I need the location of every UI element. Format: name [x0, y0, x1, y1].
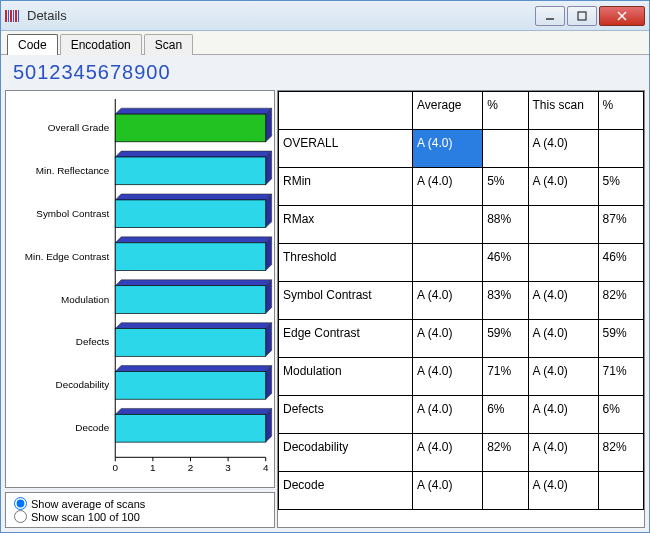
header-thisscan: This scan	[528, 92, 598, 130]
radio-scan[interactable]: Show scan 100 of 100	[14, 510, 266, 523]
svg-marker-30	[115, 194, 271, 200]
cell-name: OVERALL	[279, 130, 413, 168]
app-icon	[5, 8, 21, 24]
view-mode-group: Show average of scans Show scan 100 of 1…	[5, 492, 275, 528]
cell-scan	[528, 206, 598, 244]
titlebar: Details	[1, 1, 649, 31]
svg-text:Symbol Contrast: Symbol Contrast	[36, 208, 109, 219]
svg-text:Decode: Decode	[75, 422, 110, 433]
cell-scan: A (4.0)	[528, 168, 598, 206]
cell-pct: 88%	[483, 206, 528, 244]
cell-avg: A (4.0)	[413, 358, 483, 396]
cell-pct: 6%	[483, 396, 528, 434]
svg-rect-44	[115, 329, 265, 357]
cell-avg: A (4.0)	[413, 168, 483, 206]
results-table: Average % This scan % OVERALLA (4.0)A (4…	[278, 91, 644, 510]
cell-pct2: 87%	[598, 206, 643, 244]
window-title: Details	[27, 8, 535, 23]
table-row[interactable]: DecodabilityA (4.0)82%A (4.0)82%	[279, 434, 644, 472]
svg-marker-31	[266, 194, 272, 228]
cell-avg: A (4.0)	[413, 472, 483, 510]
content: 01234Overall GradeMin. ReflectanceSymbol…	[1, 90, 649, 532]
svg-text:Defects: Defects	[76, 336, 110, 347]
table-row[interactable]: ModulationA (4.0)71%A (4.0)71%	[279, 358, 644, 396]
svg-text:2: 2	[188, 462, 194, 473]
maximize-button[interactable]	[567, 6, 597, 26]
results-panel: Average % This scan % OVERALLA (4.0)A (4…	[277, 90, 645, 528]
cell-name: Modulation	[279, 358, 413, 396]
svg-rect-24	[115, 114, 265, 142]
cell-pct2: 82%	[598, 434, 643, 472]
svg-rect-32	[115, 200, 265, 228]
svg-rect-0	[5, 10, 7, 22]
minimize-button[interactable]	[535, 6, 565, 26]
barcode-number: 5012345678900	[1, 55, 649, 90]
svg-marker-27	[266, 151, 272, 185]
tab-scan[interactable]: Scan	[144, 34, 193, 55]
table-row[interactable]: RMinA (4.0)5%A (4.0)5%	[279, 168, 644, 206]
radio-average-input[interactable]	[14, 497, 27, 510]
radio-average[interactable]: Show average of scans	[14, 497, 266, 510]
tab-code[interactable]: Code	[7, 34, 58, 55]
svg-marker-50	[115, 408, 271, 414]
svg-marker-43	[266, 323, 272, 357]
cell-scan: A (4.0)	[528, 282, 598, 320]
table-row[interactable]: Symbol ContrastA (4.0)83%A (4.0)82%	[279, 282, 644, 320]
window: Details CodeEncodationScan 5012345678900…	[0, 0, 650, 533]
svg-marker-39	[266, 280, 272, 314]
radio-average-label: Show average of scans	[31, 498, 145, 510]
close-button[interactable]	[599, 6, 645, 26]
cell-pct2: 82%	[598, 282, 643, 320]
radio-scan-label: Show scan 100 of 100	[31, 511, 140, 523]
table-row[interactable]: DecodeA (4.0)A (4.0)	[279, 472, 644, 510]
table-header-row: Average % This scan %	[279, 92, 644, 130]
svg-text:4: 4	[263, 462, 269, 473]
cell-scan: A (4.0)	[528, 434, 598, 472]
svg-rect-4	[15, 10, 17, 22]
table-row[interactable]: RMax88%87%	[279, 206, 644, 244]
window-controls	[535, 6, 645, 26]
cell-pct2	[598, 130, 643, 168]
cell-pct2: 46%	[598, 244, 643, 282]
svg-marker-26	[115, 151, 271, 157]
cell-avg: A (4.0)	[413, 282, 483, 320]
cell-scan	[528, 244, 598, 282]
cell-avg: A (4.0)	[413, 434, 483, 472]
svg-marker-46	[115, 366, 271, 372]
svg-rect-52	[115, 414, 265, 442]
cell-name: RMin	[279, 168, 413, 206]
svg-marker-22	[115, 108, 271, 114]
cell-pct: 82%	[483, 434, 528, 472]
cell-pct: 59%	[483, 320, 528, 358]
header-pct2: %	[598, 92, 643, 130]
svg-marker-34	[115, 237, 271, 243]
cell-pct2: 5%	[598, 168, 643, 206]
cell-name: RMax	[279, 206, 413, 244]
svg-rect-36	[115, 243, 265, 271]
svg-rect-3	[13, 10, 14, 22]
cell-name: Decode	[279, 472, 413, 510]
cell-avg: A (4.0)	[413, 320, 483, 358]
table-row[interactable]: DefectsA (4.0)6%A (4.0)6%	[279, 396, 644, 434]
table-row[interactable]: OVERALLA (4.0)A (4.0)	[279, 130, 644, 168]
table-row[interactable]: Edge ContrastA (4.0)59%A (4.0)59%	[279, 320, 644, 358]
tab-encodation[interactable]: Encodation	[60, 34, 142, 55]
grade-chart: 01234Overall GradeMin. ReflectanceSymbol…	[5, 90, 275, 488]
svg-rect-40	[115, 286, 265, 314]
svg-marker-23	[266, 108, 272, 142]
cell-avg: A (4.0)	[413, 396, 483, 434]
svg-marker-42	[115, 323, 271, 329]
svg-text:Min. Reflectance: Min. Reflectance	[36, 165, 110, 176]
svg-rect-5	[18, 10, 19, 22]
svg-text:Decodability: Decodability	[56, 379, 110, 390]
svg-rect-7	[578, 12, 586, 20]
svg-rect-1	[8, 10, 9, 22]
cell-name: Edge Contrast	[279, 320, 413, 358]
svg-marker-47	[266, 366, 272, 400]
table-row[interactable]: Threshold46%46%	[279, 244, 644, 282]
cell-name: Threshold	[279, 244, 413, 282]
cell-name: Symbol Contrast	[279, 282, 413, 320]
radio-scan-input[interactable]	[14, 510, 27, 523]
header-average: Average	[413, 92, 483, 130]
svg-text:0: 0	[113, 462, 119, 473]
